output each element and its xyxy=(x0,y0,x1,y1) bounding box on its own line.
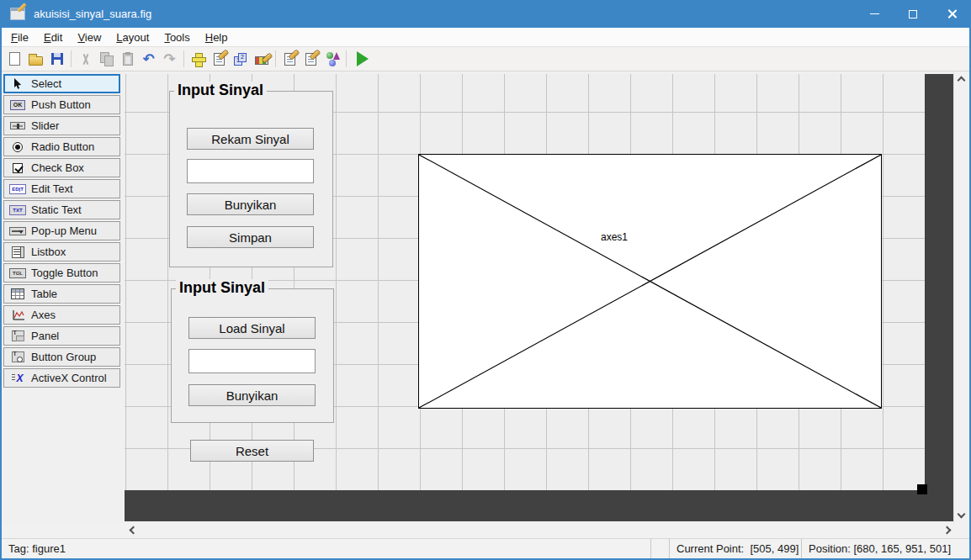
bunyikan-button-load[interactable]: Bunyikan xyxy=(188,384,316,406)
maximize-button[interactable] xyxy=(894,0,932,28)
align-objects-icon xyxy=(192,53,204,66)
figure-canvas[interactable]: Input Sinyal Rekam Sinyal Bunyikan Simpa… xyxy=(125,74,925,490)
palette-item-toggle-button[interactable]: TGL Toggle Button xyxy=(3,263,120,283)
axes-name-label: axes1 xyxy=(601,231,628,243)
menu-view[interactable]: View xyxy=(70,29,109,46)
slider-icon xyxy=(10,122,25,129)
palette-item-radio-button[interactable]: Radio Button xyxy=(3,137,120,156)
m-file-editor-button[interactable] xyxy=(279,49,300,70)
palette-item-button-group[interactable]: T Button Group xyxy=(3,347,120,367)
copy-button xyxy=(96,49,117,70)
chevron-left-icon xyxy=(130,526,138,535)
cursor-icon xyxy=(8,78,28,90)
menu-editor-icon xyxy=(214,53,225,66)
palette-item-listbox[interactable]: Listbox xyxy=(3,242,120,262)
palette-item-label: Button Group xyxy=(31,351,96,363)
palette-item-slider[interactable]: Slider xyxy=(3,116,120,135)
property-inspector-button[interactable] xyxy=(300,49,321,70)
menu-layout[interactable]: Layout xyxy=(109,29,157,46)
palette-item-select[interactable]: Select xyxy=(3,74,120,93)
undo-button[interactable] xyxy=(138,49,159,70)
figure-resize-handle[interactable] xyxy=(917,484,927,494)
palette-item-label: Toggle Button xyxy=(31,267,98,279)
open-button[interactable] xyxy=(25,49,46,70)
menu-file[interactable]: File xyxy=(3,29,36,46)
palette-item-label: Check Box xyxy=(31,161,84,174)
scroll-right-button[interactable] xyxy=(940,523,954,537)
scroll-left-button[interactable] xyxy=(126,523,141,537)
close-button[interactable] xyxy=(932,0,971,28)
load-sinyal-button[interactable]: Load Sinyal xyxy=(188,317,316,339)
scroll-up-button[interactable] xyxy=(954,73,968,87)
panel-input-sinyal-record[interactable]: Input Sinyal Rekam Sinyal Bunyikan Simpa… xyxy=(169,91,333,267)
palette-item-axes[interactable]: Axes xyxy=(3,305,120,325)
chevron-right-icon xyxy=(943,526,952,535)
push-button-icon: OK xyxy=(10,100,25,110)
window-border xyxy=(0,28,2,560)
edit-text-icon: ED|T xyxy=(9,184,26,194)
align-objects-button[interactable] xyxy=(188,49,209,70)
simpan-button[interactable]: Simpan xyxy=(187,226,314,248)
maximize-icon xyxy=(909,10,917,18)
toolbar-editor-button[interactable] xyxy=(251,49,272,70)
new-figure-button[interactable] xyxy=(4,49,25,70)
palette-item-push-button[interactable]: OK Push Button xyxy=(3,95,120,114)
layout-area: Input Sinyal Rekam Sinyal Bunyikan Simpa… xyxy=(122,71,953,523)
toolbar-separator xyxy=(275,50,276,67)
palette-item-static-text[interactable]: TXT Static Text xyxy=(3,200,120,219)
axes-placeholder[interactable]: axes1 xyxy=(418,154,882,409)
palette-item-label: Panel xyxy=(31,330,59,342)
run-figure-icon xyxy=(357,51,369,66)
figure-file-icon xyxy=(10,8,25,20)
copy-icon xyxy=(100,52,114,66)
panel-title: Input Sinyal xyxy=(174,82,267,99)
toggle-button-icon: TGL xyxy=(9,268,26,278)
palette-item-popup-menu[interactable]: Pop-up Menu xyxy=(3,221,120,240)
scroll-down-button[interactable] xyxy=(954,507,968,521)
status-current-point: Current Point: [505, 499] xyxy=(669,539,801,558)
palette-item-edit-text[interactable]: ED|T Edit Text xyxy=(3,179,120,198)
menu-editor-button[interactable] xyxy=(209,49,230,70)
panel-title: Input Sinyal xyxy=(176,279,268,297)
tab-order-editor-button[interactable] xyxy=(230,49,251,70)
palette-item-label: ActiveX Control xyxy=(31,372,107,384)
bunyikan-button-record[interactable]: Bunyikan xyxy=(187,193,314,215)
minimize-button[interactable] xyxy=(855,0,894,28)
palette-item-label: Push Button xyxy=(31,98,91,111)
menu-help[interactable]: Help xyxy=(198,29,236,46)
vertical-scrollbar[interactable] xyxy=(953,71,969,523)
button-group-icon: T xyxy=(12,351,24,362)
palette-item-label: Select xyxy=(31,77,61,90)
object-browser-button[interactable] xyxy=(321,49,342,70)
save-icon xyxy=(51,53,63,65)
panel-input-sinyal-load[interactable]: Input Sinyal Load Sinyal Bunyikan xyxy=(171,288,334,423)
window-title: akuisisi_sinyal_suara.fig xyxy=(34,8,151,20)
status-tag: Tag: figure1 xyxy=(2,539,650,558)
menu-edit[interactable]: Edit xyxy=(36,29,70,46)
property-inspector-icon xyxy=(305,53,316,66)
palette-item-label: Slider xyxy=(31,119,59,132)
palette-item-activex-control[interactable]: X ActiveX Control xyxy=(3,368,120,388)
palette-item-check-box[interactable]: Check Box xyxy=(3,158,120,177)
panel-icon: T xyxy=(12,330,24,341)
reset-button[interactable]: Reset xyxy=(190,440,314,462)
palette-item-table[interactable]: Table xyxy=(3,284,120,304)
rekam-sinyal-button[interactable]: Rekam Sinyal xyxy=(187,128,314,150)
cut-button xyxy=(75,49,96,70)
chevron-down-icon xyxy=(958,510,966,519)
listbox-icon xyxy=(12,246,24,258)
palette-item-panel[interactable]: T Panel xyxy=(3,326,120,346)
axes-diagonals xyxy=(419,155,881,408)
load-filename-input[interactable] xyxy=(188,349,316,373)
run-figure-button[interactable] xyxy=(350,49,371,70)
redo-icon xyxy=(163,50,175,68)
save-button[interactable] xyxy=(46,49,67,70)
titlebar: akuisisi_sinyal_suara.fig xyxy=(0,0,971,28)
open-folder-icon xyxy=(29,56,43,66)
record-filename-input[interactable] xyxy=(187,159,314,183)
activex-icon: X xyxy=(12,373,23,383)
palette-item-label: Listbox xyxy=(31,246,66,258)
menu-tools[interactable]: Tools xyxy=(157,29,197,46)
guide-window: akuisisi_sinyal_suara.fig File Edit View… xyxy=(0,0,971,560)
horizontal-scrollbar[interactable] xyxy=(2,523,969,538)
